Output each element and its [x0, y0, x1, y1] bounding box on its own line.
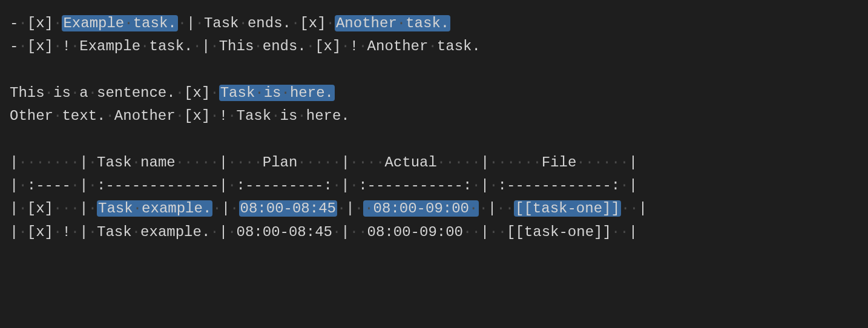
text-segment: -·[x]· — [10, 15, 62, 31]
text-segment: |·[x]···|· — [10, 200, 97, 217]
highlighted-text: 08:00-08:45 — [239, 200, 337, 217]
editor-blank-line[interactable] — [10, 59, 858, 82]
text-segment: ·|· — [212, 200, 238, 217]
highlighted-text: Example·task. — [62, 15, 177, 31]
editor-line-10[interactable]: |·[x]·!·|·Task·example.·|·08:00-08:45·|·… — [10, 221, 858, 244]
text-segment: |·[x]·!·|·Task·example.·|·08:00-08:45·|·… — [10, 224, 637, 240]
highlighted-text: Another·task. — [335, 15, 450, 31]
editor-line-4[interactable]: This·is·a·sentence.·[x]·Task·is·here. — [10, 82, 858, 105]
text-segment: |·······|·Task·name·····|····Plan·····|·… — [10, 154, 637, 171]
highlighted-text: Task·is·here. — [219, 85, 335, 101]
editor-line-2[interactable]: -·[x]·!·Example·task.·|·This·ends.·[x]·!… — [10, 35, 858, 58]
editor-line-5[interactable]: Other·text.·Another·[x]·!·Task·is·here. — [10, 105, 858, 128]
text-segment: Other·text.·Another·[x]·!·Task·is·here. — [10, 108, 350, 124]
text-segment: This·is·a·sentence.·[x]· — [10, 85, 219, 101]
editor-line-8[interactable]: |·:----·|·:-------------|·:---------:·|·… — [10, 174, 858, 197]
text-segment: ·|· — [337, 200, 363, 217]
highlighted-text: Task·example. — [97, 200, 212, 217]
editor-line-9[interactable]: |·[x]···|·Task·example.·|·08:00-08:45·|·… — [10, 197, 858, 220]
highlighted-text: ·08:00-09:00· — [363, 200, 479, 217]
editor-blank-line[interactable] — [10, 128, 858, 151]
editor-line-1[interactable]: -·[x]·Example·task.·|·Task·ends.·[x]·Ano… — [10, 12, 858, 35]
text-segment: ··| — [621, 200, 647, 217]
text-segment: -·[x]·!·Example·task.·|·This·ends.·[x]·!… — [10, 38, 481, 54]
text-segment: ·|·Task·ends.·[x]· — [178, 15, 335, 31]
text-segment: |·:----·|·:-------------|·:---------:·|·… — [10, 177, 637, 194]
editor-line-7[interactable]: |·······|·Task·name·····|····Plan·····|·… — [10, 151, 858, 174]
highlighted-text: [[task-one]] — [514, 200, 621, 217]
text-segment: ·|·· — [479, 200, 514, 217]
